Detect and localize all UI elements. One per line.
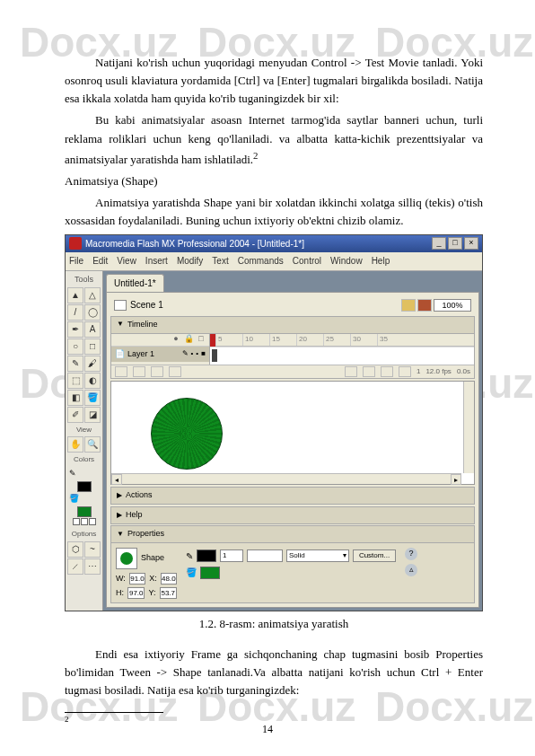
no-color-button[interactable]	[81, 518, 88, 525]
zoom-tool[interactable]: 🔍	[84, 436, 101, 453]
oval-shape[interactable]	[151, 398, 223, 470]
stroke-color-input[interactable]	[197, 549, 216, 562]
selection-tool[interactable]: ▲	[67, 287, 83, 303]
view-label: View	[67, 423, 101, 436]
paint-bucket-tool[interactable]: 🪣	[84, 390, 101, 406]
tools-label: Tools	[67, 273, 101, 287]
free-transform-tool[interactable]: ⬚	[67, 373, 83, 389]
text-tool[interactable]: A	[84, 321, 101, 338]
menu-help[interactable]: Help	[372, 254, 390, 268]
scroll-right-button[interactable]: ▸	[451, 474, 461, 485]
onion-outline-button[interactable]	[363, 366, 375, 377]
lasso-tool[interactable]: ◯	[84, 304, 101, 321]
paragraph-4: Endi esa ixtiyoriy Frame ga sichqonchani…	[65, 646, 483, 699]
x-input[interactable]: 48.0	[161, 573, 177, 585]
straighten-option[interactable]: ⟋	[67, 558, 83, 575]
vertical-scrollbar[interactable]	[463, 382, 474, 473]
delete-layer-button[interactable]	[169, 366, 181, 377]
snap-option[interactable]: ⬡	[67, 541, 83, 558]
menu-insert[interactable]: Insert	[145, 254, 168, 268]
height-label: H:	[116, 587, 124, 600]
brush-tool[interactable]: 🖌	[84, 356, 101, 372]
modify-onion-button[interactable]	[399, 366, 411, 377]
lock-icon[interactable]: 🔒	[184, 335, 193, 344]
stroke-weight-input[interactable]: 1	[220, 549, 243, 562]
stroke-color-swatch[interactable]	[77, 481, 92, 492]
collapse-icon[interactable]: ▼	[117, 319, 124, 330]
y-input[interactable]: 53.7	[160, 587, 177, 599]
add-layer-button[interactable]	[115, 366, 127, 377]
document-tab[interactable]: Untitled-1*	[106, 274, 164, 293]
pen-tool[interactable]: ✒	[67, 321, 83, 338]
width-label: W:	[116, 573, 126, 585]
edit-scene-button[interactable]	[401, 299, 416, 312]
expand-icon[interactable]: ▵	[405, 564, 417, 576]
fill-transform-tool[interactable]: ◐	[84, 373, 101, 389]
ink-bottle-tool[interactable]: ◧	[67, 390, 83, 406]
add-guide-button[interactable]	[133, 366, 145, 377]
menu-text[interactable]: Text	[212, 254, 228, 268]
horizontal-scrollbar[interactable]: ◂ ▸	[111, 473, 461, 484]
frame-tick: 35	[377, 334, 404, 346]
eraser-tool[interactable]: ◪	[84, 407, 101, 423]
add-folder-button[interactable]	[151, 366, 163, 377]
eyedropper-tool[interactable]: ✐	[67, 407, 83, 423]
fill-color-input[interactable]	[200, 567, 220, 579]
oval-tool[interactable]: ○	[67, 338, 83, 355]
menu-view[interactable]: View	[117, 254, 136, 268]
menu-window[interactable]: Window	[330, 254, 363, 268]
help-panel[interactable]: ▶Help	[110, 506, 475, 524]
menu-commands[interactable]: Commands	[238, 254, 284, 268]
show-hide-icon[interactable]: ●	[171, 335, 180, 344]
outline-icon[interactable]: □	[197, 335, 206, 344]
pencil-tool[interactable]: ✎	[67, 356, 83, 372]
footnote-text: 2	[65, 713, 483, 726]
menu-edit[interactable]: Edit	[92, 254, 108, 268]
onion-skin-button[interactable]	[345, 366, 357, 377]
option-4[interactable]: ⋯	[84, 558, 101, 575]
paragraph-1: Natijani ko'rish uchun yuqoridagi menyud…	[65, 54, 483, 108]
zoom-level[interactable]: 100%	[434, 299, 471, 312]
edit-symbols-button[interactable]	[417, 299, 432, 312]
layer-row[interactable]: 📄 Layer 1 ✎ • • ■	[111, 347, 209, 363]
collapse-icon[interactable]: ▼	[117, 529, 124, 540]
frame-tick: 30	[350, 334, 377, 346]
scroll-left-button[interactable]: ◂	[111, 474, 122, 485]
time-display: 0.0s	[457, 366, 470, 377]
window-title: Macromedia Flash MX Professional 2004 - …	[85, 237, 432, 251]
fill-icon: 🪣	[186, 566, 197, 580]
current-frame: 1	[417, 366, 420, 377]
frame-tick: 5	[215, 334, 242, 346]
actions-panel[interactable]: ▶Actions	[110, 487, 475, 505]
info-icon[interactable]: ?	[405, 548, 417, 560]
keyframe[interactable]	[212, 349, 217, 362]
stage[interactable]: ◂ ▸	[110, 381, 475, 485]
height-input[interactable]: 97.0	[127, 587, 145, 599]
frame-tick: 15	[269, 334, 296, 346]
line-tool[interactable]: /	[67, 304, 83, 321]
hand-tool[interactable]: ✋	[67, 436, 83, 453]
menu-modify[interactable]: Modify	[177, 254, 203, 268]
properties-panel: ▼ Properties Shape W:	[110, 525, 475, 603]
frame-tick: 10	[242, 334, 269, 346]
width-input[interactable]: 91.0	[129, 573, 145, 585]
frame-tick: 20	[296, 334, 323, 346]
black-white-button[interactable]	[73, 518, 80, 525]
close-button[interactable]: ×	[464, 237, 478, 250]
custom-button[interactable]: Custom...	[353, 549, 396, 562]
menu-control[interactable]: Control	[293, 254, 321, 268]
menu-file[interactable]: File	[69, 254, 83, 268]
smooth-option[interactable]: ~	[84, 541, 101, 558]
subselection-tool[interactable]: △	[84, 287, 101, 303]
heading-animatsiya: Animatsiya (Shape)	[65, 172, 483, 190]
minimize-button[interactable]: _	[432, 237, 446, 250]
menu-bar: File Edit View Insert Modify Text Comman…	[66, 252, 482, 271]
timeline-panel: ▼ Timeline ● 🔒 □ 📄	[110, 316, 475, 379]
stroke-style-select[interactable]: Solid▾	[286, 549, 349, 562]
paragraph-2: Bu kabi animatsiyalar asoasn Internet ta…	[65, 111, 483, 169]
rectangle-tool[interactable]: □	[84, 338, 101, 355]
edit-multiple-button[interactable]	[381, 366, 393, 377]
fill-color-swatch[interactable]	[77, 506, 92, 517]
swap-colors-button[interactable]	[89, 518, 96, 525]
maximize-button[interactable]: □	[448, 237, 462, 250]
